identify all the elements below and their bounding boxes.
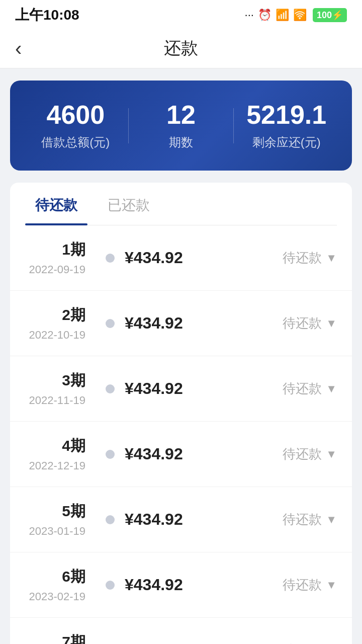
divider-2 — [233, 108, 234, 143]
chevron-down-icon: ▼ — [326, 513, 337, 526]
wifi-icon: 🛜 — [293, 9, 307, 22]
table-row[interactable]: 5期 2023-01-19 ¥434.92 待还款 ▼ — [10, 487, 352, 552]
period-number: 7期 — [25, 632, 85, 644]
period-info: 6期 2023-02-19 — [25, 567, 96, 603]
remaining-label: 剩余应还(元) — [239, 134, 334, 150]
nav-bar: ‹ 还款 — [0, 28, 362, 68]
repayment-status: 待还款 ▼ — [283, 249, 337, 267]
remaining-value: 5219.1 — [239, 101, 334, 129]
alarm-icon: ⏰ — [258, 9, 272, 22]
table-row[interactable]: 1期 2022-09-19 ¥434.92 待还款 ▼ — [10, 225, 352, 291]
period-date: 2022-11-19 — [25, 394, 85, 407]
repayment-status: 待还款 ▼ — [283, 576, 337, 594]
period-number: 1期 — [25, 239, 85, 260]
chevron-down-icon: ▼ — [326, 382, 337, 395]
signal-bars-icon: 📶 — [276, 9, 289, 22]
chevron-down-icon: ▼ — [326, 252, 337, 265]
repayment-list: 1期 2022-09-19 ¥434.92 待还款 ▼ 2期 2022-10-1… — [10, 225, 352, 644]
repayment-status: 待还款 ▼ — [283, 445, 337, 463]
status-time: 上午10:08 — [15, 6, 79, 25]
period-date: 2023-01-19 — [25, 525, 85, 538]
tabs-row: 待还款 已还款 — [25, 183, 337, 225]
repayment-status: 待还款 ▼ — [283, 380, 337, 397]
loan-amount-value: 4600 — [28, 101, 123, 129]
period-date: 2022-12-19 — [25, 459, 85, 472]
period-info: 7期 2023-03-19 — [25, 632, 96, 644]
remaining-item: 5219.1 剩余应还(元) — [239, 101, 334, 150]
table-row[interactable]: 6期 2023-02-19 ¥434.92 待还款 ▼ — [10, 552, 352, 618]
back-button[interactable]: ‹ — [15, 38, 22, 58]
periods-value: 12 — [134, 101, 229, 129]
battery-indicator: 100 ⚡ — [313, 8, 347, 22]
repayment-amount: ¥434.92 — [125, 641, 283, 644]
repayment-status: 待还款 ▼ — [283, 641, 337, 644]
table-row[interactable]: 3期 2022-11-19 ¥434.92 待还款 ▼ — [10, 356, 352, 422]
period-date: 2022-09-19 — [25, 263, 85, 276]
period-number: 4期 — [25, 436, 85, 456]
dot-separator — [106, 450, 115, 459]
tab-pending[interactable]: 待还款 — [25, 183, 87, 225]
dot-separator — [106, 254, 115, 263]
table-row[interactable]: 7期 2023-03-19 ¥434.92 待还款 ▼ — [10, 618, 352, 644]
battery-icon: ⚡ — [332, 10, 343, 21]
status-bar: 上午10:08 ··· ⏰ 📶 🛜 100 ⚡ — [0, 0, 362, 28]
summary-card: 4600 借款总额(元) 12 期数 5219.1 剩余应还(元) — [10, 80, 352, 171]
period-number: 6期 — [25, 567, 85, 587]
loan-amount-item: 4600 借款总额(元) — [28, 101, 123, 150]
period-info: 1期 2022-09-19 — [25, 239, 96, 276]
periods-label: 期数 — [134, 134, 229, 150]
period-date: 2022-10-19 — [25, 329, 85, 342]
period-info: 4期 2022-12-19 — [25, 436, 96, 472]
table-row[interactable]: 2期 2022-10-19 ¥434.92 待还款 ▼ — [10, 291, 352, 356]
repayment-amount: ¥434.92 — [125, 576, 283, 594]
dot-separator — [106, 384, 115, 393]
tab-paid[interactable]: 已还款 — [98, 183, 160, 225]
periods-item: 12 期数 — [134, 101, 229, 150]
chevron-down-icon: ▼ — [326, 579, 337, 592]
repayment-amount: ¥434.92 — [125, 379, 283, 398]
dot-separator — [106, 515, 115, 524]
period-number: 3期 — [25, 370, 85, 391]
status-icons: ··· ⏰ 📶 🛜 100 ⚡ — [245, 8, 347, 22]
period-number: 5期 — [25, 501, 85, 522]
repayment-status: 待还款 ▼ — [283, 314, 337, 332]
loan-amount-label: 借款总额(元) — [28, 134, 123, 150]
repayment-amount: ¥434.92 — [125, 510, 283, 529]
dot-separator — [106, 319, 115, 328]
period-info: 5期 2023-01-19 — [25, 501, 96, 538]
dot-separator — [106, 581, 115, 590]
repayment-amount: ¥434.92 — [125, 314, 283, 333]
table-row[interactable]: 4期 2022-12-19 ¥434.92 待还款 ▼ — [10, 422, 352, 487]
chevron-down-icon: ▼ — [326, 317, 337, 330]
repayment-status: 待还款 ▼ — [283, 511, 337, 528]
tabs-container: 待还款 已还款 — [10, 183, 352, 225]
signal-dots-icon: ··· — [245, 9, 254, 22]
period-date: 2023-02-19 — [25, 590, 85, 603]
repayment-amount: ¥434.92 — [125, 445, 283, 463]
period-info: 3期 2022-11-19 — [25, 370, 96, 407]
divider-1 — [128, 108, 129, 143]
page-title: 还款 — [164, 37, 198, 60]
chevron-down-icon: ▼ — [326, 448, 337, 461]
repayment-amount: ¥434.92 — [125, 249, 283, 267]
period-info: 2期 2022-10-19 — [25, 305, 96, 342]
period-number: 2期 — [25, 305, 85, 326]
